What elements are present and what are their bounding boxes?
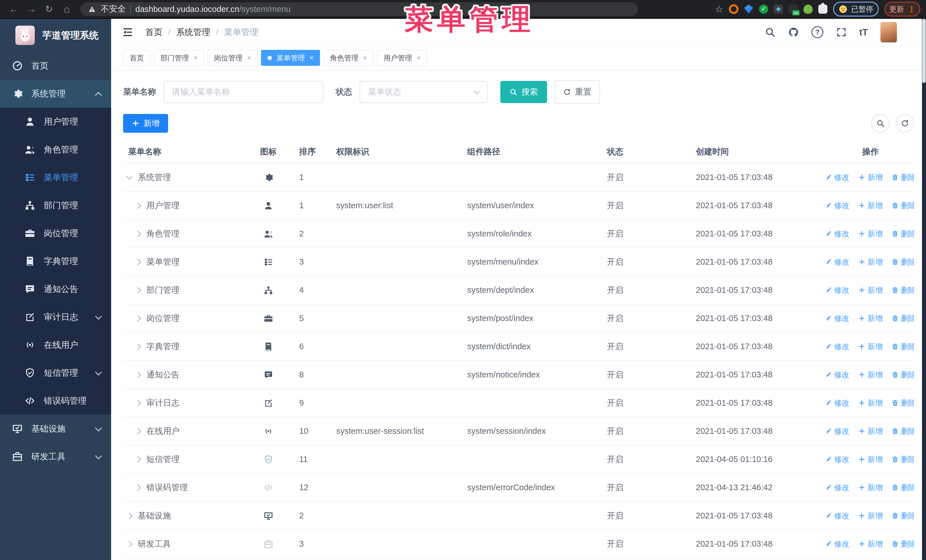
sidebar-item-audit-log[interactable]: 审计日志 [0,303,111,331]
sidebar-item-sms[interactable]: 短信管理 [0,359,111,387]
add-link[interactable]: 新增 [858,313,883,324]
sidebar-item-roles[interactable]: 角色管理 [0,136,111,163]
delete-link[interactable]: 删除 [891,285,914,295]
sidebar-item-users[interactable]: 用户管理 [0,108,111,136]
delete-link[interactable]: 删除 [891,426,914,436]
menu-name-input[interactable]: 请输入菜单名称 [163,81,323,103]
app-logo[interactable]: 芋道管理系统 [0,19,111,52]
page-scrollbar[interactable] [922,18,926,560]
delete-link[interactable]: 删除 [891,370,914,380]
expand-chevron-icon[interactable] [135,428,141,435]
expand-chevron-icon[interactable] [135,456,141,463]
tag-dept[interactable]: 部门管理 [154,50,204,66]
expand-chevron-icon[interactable] [126,540,133,547]
browser-menu-icon[interactable] [908,5,915,14]
sidebar-item-home[interactable]: 首页 [0,52,111,80]
add-link[interactable]: 新增 [858,229,883,239]
add-link[interactable]: 新增 [858,454,883,465]
extensions-puzzle-icon[interactable] [818,5,828,14]
edit-link[interactable]: 修改 [827,313,850,324]
expand-chevron-icon[interactable] [135,371,141,378]
add-link[interactable]: 新增 [858,511,883,521]
edit-link[interactable]: 修改 [827,539,850,549]
edit-link[interactable]: 修改 [827,257,850,267]
expand-chevron-icon[interactable] [126,173,133,180]
breadcrumb-system[interactable]: 系统管理 [176,27,210,38]
edit-link[interactable]: 修改 [827,454,850,465]
table-row[interactable]: 通知公告 8 system/notice/index 开启 2021-01-05… [123,361,914,389]
delete-link[interactable]: 删除 [891,172,914,183]
sidebar-item-error-code[interactable]: 错误码管理 [0,387,111,415]
sidebar-fold-icon[interactable] [121,27,134,38]
delete-link[interactable]: 删除 [891,454,914,465]
sidebar-item-online-users[interactable]: 在线用户 [0,331,111,359]
extension-icon[interactable] [729,4,738,14]
search-icon[interactable] [765,27,776,38]
table-row[interactable]: 字典管理 6 system/dict/index 开启 2021-01-05 1… [123,333,914,361]
browser-back-icon[interactable] [6,1,22,18]
expand-chevron-icon[interactable] [135,202,141,209]
sidebar-item-infrastructure[interactable]: 基础设施 [0,415,111,443]
close-icon[interactable] [194,54,197,61]
edit-link[interactable]: 修改 [827,201,850,211]
add-link[interactable]: 新增 [858,257,883,267]
delete-link[interactable]: 删除 [891,229,914,239]
scrollbar-thumb[interactable] [922,19,926,83]
table-row[interactable]: 系统管理 1 开启 2021-01-05 17:03:48 修改 新增 删除 [123,163,914,192]
paused-extension-badge[interactable]: 已暂停 [833,2,879,17]
delete-link[interactable]: 删除 [891,313,914,324]
reset-button[interactable]: 重置 [554,80,600,104]
add-link[interactable]: 新增 [858,426,883,436]
browser-home-icon[interactable] [59,1,75,18]
table-row[interactable]: 审计日志 9 开启 2021-01-05 17:03:48 修改 新增 删除 [123,389,914,417]
browser-reload-icon[interactable] [41,1,57,18]
sidebar-item-depts[interactable]: 部门管理 [0,192,111,219]
breadcrumb-home[interactable]: 首页 [145,27,162,38]
expand-chevron-icon[interactable] [135,484,141,491]
status-select[interactable]: 菜单状态 [360,81,488,103]
table-row[interactable]: 基础设施 2 开启 2021-01-05 17:03:48 修改 新增 删除 [123,502,914,530]
delete-link[interactable]: 删除 [891,539,914,549]
add-link[interactable]: 新增 [858,539,883,549]
sidebar-item-system[interactable]: 系统管理 [0,80,111,108]
extension-icon[interactable] [803,5,813,14]
refresh-table-button[interactable] [896,114,914,133]
sidebar-item-dict[interactable]: 字典管理 [0,247,111,275]
delete-link[interactable]: 删除 [891,341,914,352]
user-avatar[interactable] [881,22,897,42]
tag-user[interactable]: 用户管理 [377,50,427,66]
table-row[interactable]: 岗位管理 5 system/post/index 开启 2021-01-05 1… [123,305,914,333]
tag-post[interactable]: 岗位管理 [207,50,257,66]
add-link[interactable]: 新增 [858,201,883,211]
table-row[interactable]: 用户管理 1 system:user:list system/user/inde… [123,192,914,220]
table-row[interactable]: 短信管理 11 开启 2021-04-05 01:10:16 修改 新增 删除 [123,445,914,474]
table-row[interactable]: 在线用户 10 system:user-session:list system/… [123,417,914,445]
tag-menu-active[interactable]: 菜单管理 [261,50,320,66]
edit-link[interactable]: 修改 [827,341,850,352]
add-link[interactable]: 新增 [858,285,883,295]
add-link[interactable]: 新增 [858,398,883,408]
expand-chevron-icon[interactable] [126,512,133,519]
table-row[interactable]: 部门管理 4 system/dept/index 开启 2021-01-05 1… [123,276,914,305]
search-button[interactable]: 搜索 [500,81,547,103]
add-link[interactable]: 新增 [858,341,883,352]
add-link[interactable]: 新增 [858,370,883,380]
help-icon[interactable] [811,26,823,38]
edit-link[interactable]: 修改 [827,483,850,493]
sidebar-item-posts[interactable]: 岗位管理 [0,219,111,247]
expand-chevron-icon[interactable] [135,400,141,406]
close-icon[interactable] [309,54,313,61]
extension-icon[interactable] [774,5,783,14]
sidebar-item-menus[interactable]: 菜单管理 [0,163,111,192]
edit-link[interactable]: 修改 [827,285,850,295]
delete-link[interactable]: 删除 [891,511,914,521]
edit-link[interactable]: 修改 [827,511,850,521]
delete-link[interactable]: 删除 [891,257,914,267]
add-link[interactable]: 新增 [858,483,883,493]
expand-chevron-icon[interactable] [135,343,141,350]
table-row[interactable]: 研发工具 3 开启 2021-01-05 17:03:48 修改 新增 删除 [123,530,914,558]
tag-home[interactable]: 首页 [123,50,150,66]
browser-update-button[interactable]: 更新 [884,2,920,17]
expand-chevron-icon[interactable] [135,315,141,322]
delete-link[interactable]: 删除 [891,201,914,211]
